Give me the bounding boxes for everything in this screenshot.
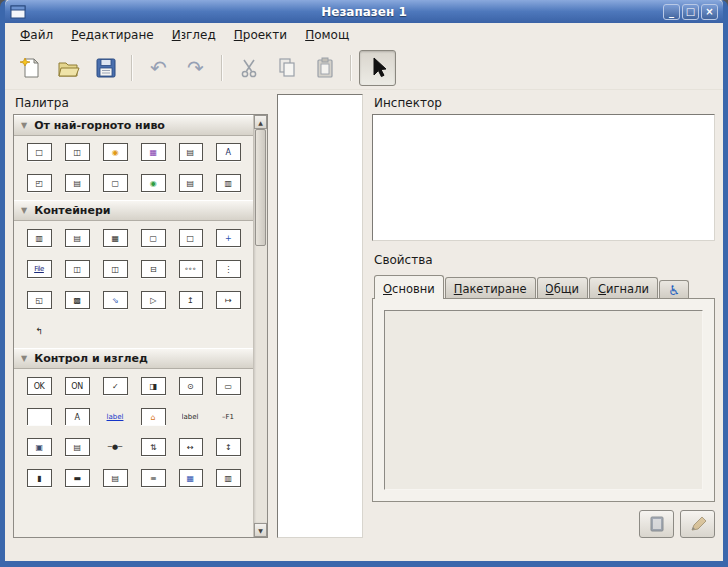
palette-item-hruler[interactable]: ↥ <box>179 291 203 309</box>
minimize-button[interactable]: _ <box>663 4 680 20</box>
palette-item-assistant[interactable]: ▢ <box>103 174 128 192</box>
palette-item-text-view[interactable]: ▤ <box>65 438 90 456</box>
palette-item-combo-box[interactable]: ◨ <box>141 377 166 395</box>
palette-item-custom-widget[interactable]: ↰ <box>27 322 52 340</box>
palette-item-color-selection-dialog[interactable]: ▦ <box>141 143 166 161</box>
selector-arrow-icon <box>365 55 391 81</box>
palette-item-label[interactable]: label <box>179 408 203 425</box>
close-button[interactable]: × <box>701 4 718 20</box>
palette-item-toolbar[interactable]: ◫ <box>65 260 90 278</box>
scrollbar-thumb[interactable] <box>255 129 266 246</box>
palette-section-toplevel[interactable]: ▼ От най-горното ниво <box>14 115 253 136</box>
palette-item-image[interactable]: ▣ <box>27 438 52 456</box>
palette-item-viewport[interactable]: ⋮ <box>216 260 241 278</box>
palette-item-image-button[interactable]: ⌂ <box>141 408 166 425</box>
palette-item-menubar[interactable]: File <box>27 260 52 278</box>
palette-item-tree-view[interactable]: ▥ <box>216 469 241 487</box>
palette-item-hscrollbar[interactable]: ↔ <box>179 438 203 456</box>
maximize-button[interactable]: □ <box>682 4 699 20</box>
tab-signals[interactable]: Сигнали <box>589 277 658 299</box>
menu-file[interactable]: Файл <box>11 25 62 45</box>
palette-item-message-dialog[interactable]: ◉ <box>103 143 128 161</box>
palette-item-vscrollbar[interactable]: ↕ <box>216 438 241 456</box>
redo-button[interactable]: ↷ <box>178 50 214 86</box>
cut-button[interactable] <box>230 50 267 86</box>
palette-item-progress-bar[interactable]: ▮ <box>27 469 52 487</box>
palette-item-button[interactable]: OK <box>27 377 52 395</box>
palette-item-arrow[interactable]: ▷ <box>141 291 166 309</box>
inspector-tree[interactable] <box>372 114 715 241</box>
palette-item-about-dialog[interactable]: ▤ <box>65 174 90 192</box>
paste-button[interactable] <box>306 50 343 86</box>
palette-section-controls[interactable]: ▼ Контрол и изглед <box>14 348 253 369</box>
palette-item-frame[interactable]: ▢ <box>141 229 166 247</box>
window-menu-icon[interactable] <box>10 5 26 19</box>
palette-item-event-box[interactable]: ⇘ <box>103 291 128 309</box>
palette-item-text-entry[interactable]: A <box>65 408 90 425</box>
palette-item-icon-view[interactable]: ▦ <box>179 469 203 487</box>
palette-item-table[interactable]: ▦ <box>103 229 128 247</box>
palette-item-combo[interactable]: ▬ <box>65 469 90 487</box>
palette-item-menu[interactable]: ≡ <box>141 469 166 487</box>
tab-accessibility[interactable]: ♿ <box>659 280 689 299</box>
palette-item-vruler[interactable]: ↦ <box>216 291 241 309</box>
palette-item-hbox[interactable]: ▥ <box>27 229 52 247</box>
tab-general[interactable]: Основни <box>374 275 444 299</box>
palette-item-accel-label[interactable]: –F1 <box>216 408 241 425</box>
palette-grid-toplevel: □◫◉▦▤A◰▤▢◉▤▥ <box>14 136 253 200</box>
properties-empty-area <box>384 310 703 490</box>
selector-tool-button[interactable] <box>359 50 396 86</box>
new-project-button[interactable] <box>11 50 48 86</box>
scrollbar-track[interactable] <box>254 129 267 523</box>
scroll-down-icon[interactable]: ▼ <box>254 523 267 537</box>
details-button[interactable] <box>639 510 674 538</box>
open-project-button[interactable] <box>49 50 86 86</box>
tab-common[interactable]: Общи <box>537 277 588 299</box>
menu-view[interactable]: Изглед <box>163 25 225 45</box>
palette-item-input-dialog[interactable]: ▤ <box>179 143 203 161</box>
cut-icon <box>236 55 262 81</box>
palette-item-dialog[interactable]: ◫ <box>65 143 90 161</box>
properties-actions <box>372 502 715 542</box>
tab-packing[interactable]: Пакетиране <box>445 277 536 299</box>
palette-item-toggle-button[interactable]: ON <box>65 377 90 395</box>
menu-projects[interactable]: Проекти <box>225 25 296 45</box>
toolbar-separator <box>350 55 352 81</box>
palette-section-containers[interactable]: ▼ Контейнери <box>14 200 253 221</box>
palette-item-tree-window[interactable]: ▥ <box>216 174 241 192</box>
palette-item-alignment[interactable]: □ <box>179 229 203 247</box>
redo-icon: ↷ <box>187 58 204 78</box>
palette-item-radio-button[interactable]: ⊙ <box>179 377 203 395</box>
palette-item-vpaned[interactable]: ⊟ <box>141 260 166 278</box>
palette-item-statusbar[interactable]: ∘∘∘ <box>179 260 203 278</box>
palette-scrollbar[interactable]: ▲ ▼ <box>253 115 267 537</box>
palette-item-link-label[interactable]: label <box>103 408 128 425</box>
palette-item-recent-chooser-dialog[interactable]: ◉ <box>141 174 166 192</box>
palette-item-fixed[interactable]: + <box>216 229 241 247</box>
undo-button[interactable]: ↶ <box>140 50 177 86</box>
save-project-button[interactable] <box>87 50 124 86</box>
scroll-up-icon[interactable]: ▲ <box>254 115 267 129</box>
palette-item-file-chooser-dialog[interactable]: ◰ <box>27 174 52 192</box>
menu-help[interactable]: Помощ <box>296 25 358 45</box>
palette-item-list[interactable]: ▤ <box>103 469 128 487</box>
palette-item-option-menu[interactable]: ▭ <box>216 377 241 395</box>
copy-button[interactable] <box>268 50 305 86</box>
palette-item-check-button[interactable]: ✓ <box>103 377 128 395</box>
palette-item-entry[interactable] <box>27 408 52 425</box>
edit-button[interactable] <box>680 510 715 538</box>
new-icon <box>17 55 43 81</box>
palette-item-vbox[interactable]: ▤ <box>65 229 90 247</box>
palette-content: ▼ От най-горното ниво □◫◉▦▤A◰▤▢◉▤▥ ▼ Кон… <box>14 115 253 537</box>
palette-item-hscale[interactable]: ─●─ <box>103 438 128 456</box>
palette-item-scrolled-window[interactable]: ◱ <box>27 291 52 309</box>
palette-item-list-window[interactable]: ▤ <box>179 174 203 192</box>
palette-item-font-selection-dialog[interactable]: A <box>216 143 241 161</box>
palette-item-hpaned[interactable]: ◫ <box>103 260 128 278</box>
inspector-panel: Инспектор Свойства Основни Пакетиране Об… <box>372 94 715 542</box>
palette-item-window[interactable]: □ <box>27 143 52 161</box>
workspace-canvas[interactable] <box>277 94 363 538</box>
menu-edit[interactable]: Редактиране <box>62 25 163 45</box>
palette-item-spin-button[interactable]: ⇅ <box>141 438 166 456</box>
palette-item-iconbox[interactable]: ▩ <box>65 291 90 309</box>
